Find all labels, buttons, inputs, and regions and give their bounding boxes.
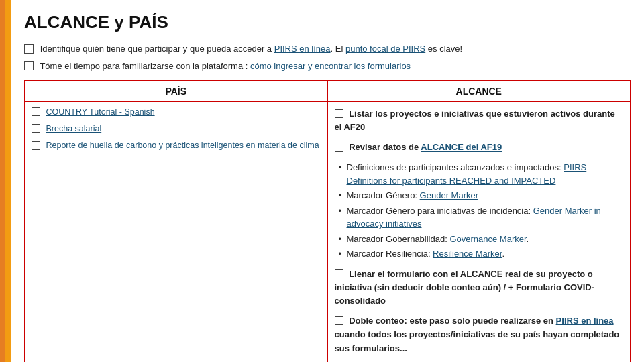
bullet4-prefix: Marcador Gobernabilidad:: [347, 234, 450, 244]
info-block-1: Identifique quién tiene que participar y…: [24, 42, 631, 56]
reporte-huella-link[interactable]: Reporte de huella de carbono y prácticas…: [46, 141, 319, 150]
governance-marker-link[interactable]: Governance Marker: [449, 234, 526, 244]
listar-text: Listar los proyectos e iniciativas que e…: [335, 109, 615, 132]
bullet-item-5: Marcador Resiliencia: Resilience Marker.: [339, 247, 624, 261]
info1-middle: . El: [331, 44, 345, 54]
bullet5-suffix: .: [502, 249, 504, 259]
info1-prefix: Identifique quién tiene que participar y…: [40, 44, 274, 54]
revisar-prefix: Revisar datos de: [349, 142, 421, 152]
bullet-item-4: Marcador Gobernabilidad: Governance Mark…: [339, 233, 624, 246]
checkbox-icon-right-2: [335, 143, 343, 152]
left-item-2: Brecha salarial: [32, 124, 321, 134]
right-item-doble: Doble conteo: este paso solo puede reali…: [335, 314, 624, 355]
llenar-text: Llenar el formulario con el ALCANCE real…: [335, 269, 595, 306]
bullet1-prefix: Definiciones de participantes alcanzados…: [347, 162, 564, 172]
checkbox-icon-2: [24, 61, 34, 70]
checkbox-icon-left-3: [32, 141, 40, 150]
checkbox-icon-left-2: [32, 124, 40, 133]
gender-marker-link[interactable]: Gender Marker: [420, 190, 478, 200]
doble-suffix: cuando todos los proyectos/iniciativas d…: [335, 329, 620, 353]
bullet-item-3: Marcador Género para iniciativas de inci…: [339, 204, 624, 231]
right-item-revisar: Revisar datos de ALCANCE del AF19: [335, 141, 624, 154]
piirs-en-linea-link-2[interactable]: PIIRS en línea: [556, 316, 614, 326]
how-to-link[interactable]: cómo ingresar y encontrar los formulario…: [250, 61, 411, 71]
left-item-3: Reporte de huella de carbono y prácticas…: [32, 141, 321, 151]
left-column: COUNTRY Tutorial - Spanish Brecha salari…: [25, 102, 328, 363]
info1-suffix: es clave!: [425, 44, 462, 54]
page-title: ALCANCE y PAÍS: [24, 12, 631, 33]
checkbox-icon-1: [24, 44, 34, 54]
left-orange-bar-light: [5, 0, 11, 362]
bullet-item-1: Definiciones de participantes alcanzados…: [339, 161, 624, 187]
info-block-2: Tóme el tiempo para familiarizarse con l…: [24, 60, 631, 73]
right-item-bullets: Definiciones de participantes alcanzados…: [335, 161, 624, 261]
right-item-llenar: Llenar el formulario con el ALCANCE real…: [335, 267, 624, 308]
right-item-listar: Listar los proyectos e iniciativas que e…: [335, 107, 624, 134]
checkbox-icon-right-1: [335, 109, 343, 118]
piirs-link-1[interactable]: PIIRS en línea: [274, 44, 331, 54]
alcance-af19-link[interactable]: ALCANCE del AF19: [421, 142, 502, 152]
bullet3-prefix: Marcador Género para iniciativas de inci…: [347, 206, 533, 216]
checkbox-icon-left-1: [32, 107, 40, 116]
bullet4-suffix: .: [527, 234, 529, 244]
bullet-item-2: Marcador Género: Gender Marker: [339, 189, 624, 202]
col-header-pais: PAÍS: [25, 81, 328, 102]
info2-prefix: Tóme el tiempo para familiarizarse con l…: [40, 61, 250, 71]
left-orange-bar-dark: [0, 0, 5, 362]
bullet2-prefix: Marcador Género:: [347, 190, 420, 200]
col-header-alcance: ALCANCE: [327, 81, 631, 102]
right-column: Listar los proyectos e iniciativas que e…: [327, 102, 631, 363]
bullet5-prefix: Marcador Resiliencia:: [347, 249, 433, 259]
resilience-marker-link[interactable]: Resilience Marker: [433, 249, 502, 259]
definitions-list: Definiciones de participantes alcanzados…: [335, 161, 624, 261]
checkbox-icon-right-4: [335, 269, 343, 278]
piirs-focal-link[interactable]: punto focal de PIIRS: [345, 44, 425, 54]
main-table: PAÍS ALCANCE COUNTRY Tutorial - Spanish …: [24, 80, 631, 362]
country-tutorial-link[interactable]: COUNTRY Tutorial - Spanish: [46, 107, 154, 117]
left-item-1: COUNTRY Tutorial - Spanish: [32, 107, 321, 117]
checkbox-icon-right-5: [335, 316, 343, 325]
brecha-salarial-link[interactable]: Brecha salarial: [46, 124, 101, 133]
doble-prefix: Doble conteo: este paso solo puede reali…: [349, 316, 555, 326]
